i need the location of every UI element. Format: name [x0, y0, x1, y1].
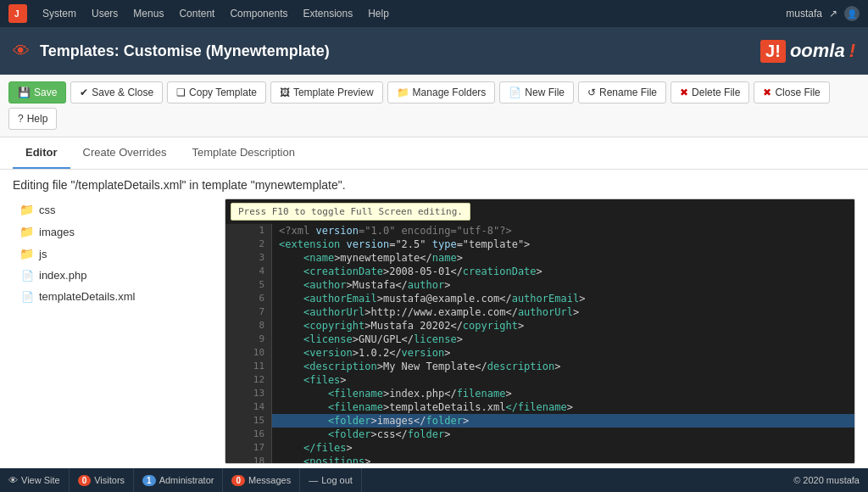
save-button[interactable]: 💾 Save [8, 81, 66, 103]
file-icon-index: 📄 [21, 270, 34, 282]
username-label[interactable]: mustafa [786, 8, 822, 20]
copy-template-label: Copy Template [189, 87, 257, 98]
tree-item-css[interactable]: 📁 css [13, 198, 216, 221]
line-code: <creationDate>2008-05-01</creationDate> [272, 265, 854, 278]
nav-menus[interactable]: Menus [126, 0, 170, 27]
rename-file-button[interactable]: ↺ Rename File [578, 81, 666, 103]
status-bar: 👁 View Site 0 Visitors 1 Administrator 0… [0, 468, 868, 492]
page-title: Templates: Customise (Mynewtemplate) [40, 42, 760, 60]
line-code: <folder>css</folder> [272, 428, 854, 441]
tree-item-css-label: css [39, 204, 56, 216]
user-profile-icon[interactable]: 👤 [844, 6, 860, 21]
line-code: <name>mynewtemplate</name> [272, 251, 854, 265]
editing-info: Editing file "/templateDetails.xml" in t… [13, 178, 855, 192]
tree-item-js-label: js [39, 248, 47, 260]
line-code: <filename>templateDetails.xml</filename> [272, 400, 854, 414]
save-close-label: Save & Close [92, 87, 153, 98]
visitors-label: Visitors [94, 475, 125, 485]
external-link-icon: ↗ [829, 8, 837, 20]
tree-item-index-php[interactable]: 📄 index.php [13, 265, 216, 286]
line-number: 10 [225, 346, 272, 360]
nav-components[interactable]: Components [223, 0, 294, 27]
tab-editor[interactable]: Editor [13, 137, 70, 169]
manage-folders-button[interactable]: 📁 Manage Folders [387, 81, 496, 103]
tab-template-description[interactable]: Template Description [180, 137, 308, 169]
joomla-j-logo: J! [760, 40, 786, 63]
messages-item: 0 Messages [223, 468, 300, 492]
admin-label: Administrator [159, 475, 214, 485]
line-code: <filename>index.php</filename> [272, 387, 854, 400]
delete-file-button[interactable]: ✖ Delete File [670, 81, 749, 103]
line-code: <version>1.0.2</version> [272, 346, 854, 360]
folder-icon: 📁 [397, 87, 409, 98]
line-number: 6 [225, 292, 272, 305]
line-code: <?xml version="1.0" encoding="utf-8"?> [272, 224, 854, 238]
line-number: 3 [225, 251, 272, 265]
line-number: 14 [225, 400, 272, 414]
tree-item-index-php-label: index.php [39, 269, 86, 282]
tree-item-template-details[interactable]: 📄 templateDetails.xml [13, 286, 216, 307]
line-code: <positions> [272, 455, 854, 464]
new-file-button[interactable]: 📄 New File [499, 81, 574, 103]
save-close-button[interactable]: ✔ Save & Close [70, 81, 163, 103]
save-label: Save [34, 87, 57, 98]
main-content: Editing file "/templateDetails.xml" in t… [0, 170, 868, 468]
line-code: <files> [272, 373, 854, 387]
folder-icon-css: 📁 [19, 203, 34, 216]
help-icon: ? [18, 113, 24, 125]
joomla-exclaim: ! [849, 40, 855, 62]
visitors-badge: 0 [78, 475, 92, 486]
rename-file-label: Rename File [599, 87, 657, 98]
svg-text:J: J [14, 9, 19, 19]
line-number: 1 [225, 224, 272, 238]
line-number: 15 [225, 414, 272, 428]
view-site-label: View Site [21, 475, 60, 485]
code-editor[interactable]: Press F10 to toggle Full Screen editing.… [225, 198, 855, 464]
line-code: <description>My New Template</descriptio… [272, 360, 854, 373]
tree-item-js[interactable]: 📁 js [13, 243, 216, 265]
logout-item[interactable]: — Log out [300, 468, 362, 492]
messages-label: Messages [248, 475, 291, 485]
visitors-item: 0 Visitors [70, 468, 134, 492]
nav-help[interactable]: Help [361, 0, 396, 27]
copy-template-button[interactable]: ❏ Copy Template [167, 81, 266, 103]
copyright: © 2020 mustafa [785, 475, 868, 485]
nav-system[interactable]: System [36, 0, 83, 27]
save-icon: 💾 [18, 87, 31, 98]
header-bar: 👁 Templates: Customise (Mynewtemplate) J… [0, 27, 868, 75]
code-table: 1<?xml version="1.0" encoding="utf-8"?>2… [225, 224, 854, 464]
tree-item-images[interactable]: 📁 images [13, 221, 216, 243]
messages-badge: 0 [231, 475, 245, 486]
line-number: 7 [225, 305, 272, 319]
view-site-item[interactable]: 👁 View Site [0, 468, 70, 492]
template-preview-label: Template Preview [293, 87, 374, 98]
manage-folders-label: Manage Folders [413, 87, 487, 98]
editor-layout: 📁 css 📁 images 📁 js 📄 index.php 📄 templa… [13, 198, 855, 464]
nav-users[interactable]: Users [85, 0, 125, 27]
rename-icon: ↺ [587, 87, 596, 98]
f10-hint: Press F10 to toggle Full Screen editing. [231, 203, 470, 221]
line-code: <folder>images</folder> [272, 414, 854, 428]
logout-icon: — [309, 475, 318, 485]
top-navigation: J System Users Menus Content Components … [0, 0, 868, 27]
template-icon: 👁 [13, 42, 30, 61]
new-file-icon: 📄 [509, 87, 521, 98]
nav-extensions[interactable]: Extensions [296, 0, 359, 27]
line-number: 17 [225, 441, 272, 455]
line-number: 9 [225, 333, 272, 346]
template-preview-button[interactable]: 🖼 Template Preview [270, 81, 383, 103]
help-button[interactable]: ? Help [8, 108, 57, 130]
copy-icon: ❏ [176, 87, 186, 98]
line-code: <extension version="2.5" type="template"… [272, 238, 854, 251]
admin-item: 1 Administrator [134, 468, 223, 492]
joomla-logo-icon: J [8, 4, 27, 23]
nav-content[interactable]: Content [172, 0, 221, 27]
line-number: 12 [225, 373, 272, 387]
tabs-bar: Editor Create Overrides Template Descrip… [0, 137, 868, 170]
line-code: <license>GNU/GPL</license> [272, 333, 854, 346]
tab-create-overrides[interactable]: Create Overrides [70, 137, 180, 169]
line-number: 4 [225, 265, 272, 278]
close-file-label: Close File [775, 87, 820, 98]
close-file-button[interactable]: ✖ Close File [754, 81, 829, 103]
folder-icon-images: 📁 [19, 225, 34, 238]
